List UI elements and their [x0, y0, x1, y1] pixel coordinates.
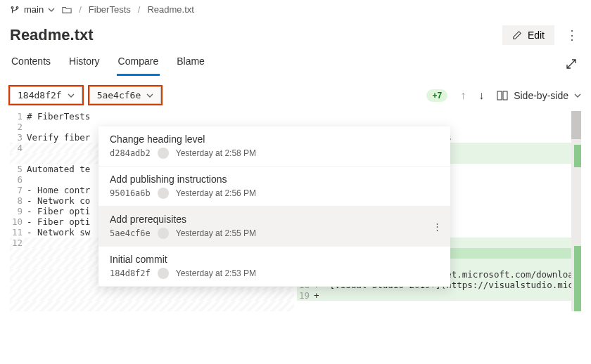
- side-by-side-icon: [497, 91, 508, 100]
- commit-option[interactable]: Add publishing instructions 95016a6b Yes…: [99, 167, 450, 207]
- breadcrumb-folder[interactable]: FiberTests: [89, 4, 131, 15]
- avatar: [158, 188, 169, 199]
- avatar: [158, 268, 169, 279]
- edit-button[interactable]: Edit: [502, 25, 554, 45]
- chevron-down-icon: [146, 92, 153, 99]
- left-commit-selector[interactable]: 184d8f2f: [10, 86, 82, 104]
- diff-marker: [574, 145, 581, 167]
- breadcrumb-separator: /: [79, 4, 82, 15]
- left-commit-hash: 184d8f2f: [18, 90, 62, 100]
- expand-icon: [566, 58, 577, 70]
- commit-time: Yesterday at 2:53 PM: [176, 268, 256, 278]
- tabs: Contents History Compare Blame: [10, 51, 206, 76]
- commit-title: Initial commit: [110, 254, 439, 265]
- commit-dropdown: Change heading level d284adb2 Yesterday …: [99, 126, 450, 287]
- fullscreen-button[interactable]: [561, 54, 581, 74]
- tab-contents[interactable]: Contents: [10, 51, 52, 76]
- right-commit-selector[interactable]: 5ae4cf6e: [89, 86, 162, 104]
- commit-time: Yesterday at 2:56 PM: [176, 188, 256, 198]
- commit-time: Yesterday at 2:55 PM: [176, 228, 256, 238]
- commit-hash: 184d8f2f: [110, 268, 151, 278]
- code-line: # FiberTests: [27, 111, 294, 122]
- prev-diff-button[interactable]: ↑: [460, 89, 466, 102]
- folder-icon: [62, 5, 72, 15]
- code-line: [314, 111, 581, 122]
- code-line: [27, 290, 294, 301]
- commit-option[interactable]: Change heading level d284adb2 Yesterday …: [99, 126, 450, 167]
- commit-time: Yesterday at 2:58 PM: [176, 148, 256, 158]
- scrollbar-thumb[interactable]: [571, 111, 581, 139]
- next-diff-button[interactable]: ↓: [478, 89, 484, 102]
- branch-icon: [10, 5, 20, 15]
- avatar: [158, 148, 169, 159]
- breadcrumb: main / FiberTests / Readme.txt: [0, 0, 591, 19]
- svg-rect-0: [497, 91, 502, 100]
- branch-name: main: [24, 4, 44, 15]
- tab-compare[interactable]: Compare: [117, 51, 160, 76]
- chevron-down-icon: [574, 92, 581, 99]
- pencil-icon: [512, 30, 522, 40]
- commit-title: Add prerequisites: [110, 214, 439, 225]
- commit-title: Change heading level: [110, 134, 439, 145]
- commit-title: Add publishing instructions: [110, 174, 439, 185]
- commit-hash: d284adb2: [110, 148, 151, 158]
- view-mode-selector[interactable]: Side-by-side: [497, 90, 581, 101]
- branch-selector[interactable]: main: [10, 4, 55, 15]
- page-title: Readme.txt: [10, 26, 94, 44]
- code-line: [27, 301, 294, 311]
- avatar: [158, 228, 169, 239]
- breadcrumb-file[interactable]: Readme.txt: [147, 4, 193, 15]
- commit-item-more[interactable]: ⋮: [433, 221, 442, 232]
- more-menu-button[interactable]: ⋮: [563, 25, 581, 46]
- diff-marker: [574, 246, 581, 311]
- breadcrumb-separator: /: [138, 4, 141, 15]
- tab-blame[interactable]: Blame: [175, 51, 206, 76]
- edit-label: Edit: [528, 30, 545, 41]
- tab-history[interactable]: History: [68, 51, 101, 76]
- diff-count-badge: +7: [426, 89, 447, 102]
- commit-hash: 95016a6b: [110, 188, 151, 198]
- right-commit-hash: 5ae4cf6e: [97, 90, 141, 100]
- commit-option[interactable]: Add prerequisites 5ae4cf6e Yesterday at …: [99, 207, 450, 247]
- chevron-down-icon: [48, 6, 55, 13]
- commit-option[interactable]: Initial commit 184d8f2f Yesterday at 2:5…: [99, 247, 450, 287]
- commit-hash: 5ae4cf6e: [110, 228, 151, 238]
- svg-rect-1: [503, 91, 507, 100]
- view-mode-label: Side-by-side: [514, 90, 568, 101]
- chevron-down-icon: [68, 92, 75, 99]
